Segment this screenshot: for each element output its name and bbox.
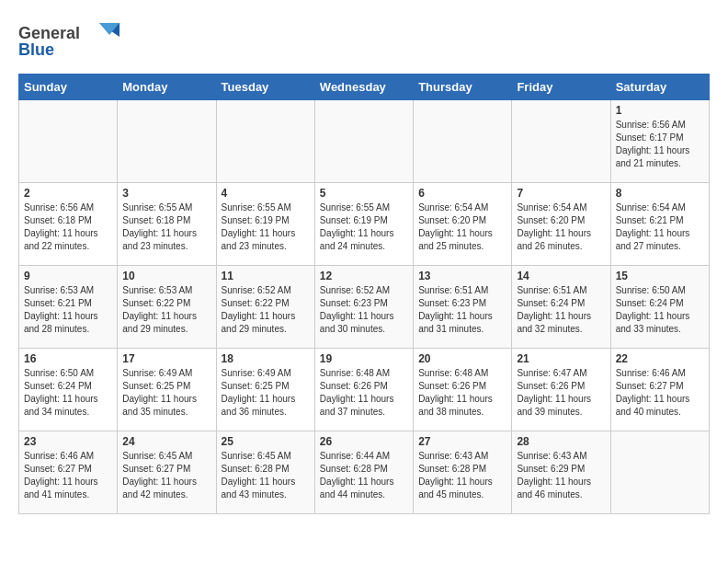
day-info: Sunrise: 6:50 AM Sunset: 6:24 PM Dayligh… <box>616 284 704 336</box>
header-saturday: Saturday <box>610 75 709 100</box>
day-number: 18 <box>222 352 310 365</box>
week-row-2: 2Sunrise: 6:56 AM Sunset: 6:18 PM Daylig… <box>19 183 710 266</box>
calendar-cell: 20Sunrise: 6:48 AM Sunset: 6:26 PM Dayli… <box>414 349 512 431</box>
logo: General Blue <box>18 18 119 64</box>
day-info: Sunrise: 6:54 AM Sunset: 6:20 PM Dayligh… <box>517 201 605 253</box>
calendar-cell <box>414 100 512 183</box>
header-monday: Monday <box>118 75 216 100</box>
day-info: Sunrise: 6:48 AM Sunset: 6:26 PM Dayligh… <box>320 367 408 419</box>
header-thursday: Thursday <box>414 75 512 100</box>
day-number: 16 <box>24 352 112 365</box>
calendar-cell: 7Sunrise: 6:54 AM Sunset: 6:20 PM Daylig… <box>512 183 610 266</box>
day-number: 9 <box>24 270 112 282</box>
day-number: 6 <box>418 187 506 200</box>
calendar-cell <box>512 100 610 183</box>
day-number: 23 <box>24 435 112 448</box>
day-info: Sunrise: 6:48 AM Sunset: 6:26 PM Dayligh… <box>418 367 506 419</box>
calendar-cell <box>216 100 314 183</box>
calendar-cell: 6Sunrise: 6:54 AM Sunset: 6:20 PM Daylig… <box>414 183 512 266</box>
header-wednesday: Wednesday <box>314 75 413 100</box>
calendar-cell: 11Sunrise: 6:52 AM Sunset: 6:22 PM Dayli… <box>216 266 314 349</box>
day-number: 11 <box>222 270 310 282</box>
calendar-cell: 17Sunrise: 6:49 AM Sunset: 6:25 PM Dayli… <box>118 349 216 431</box>
day-info: Sunrise: 6:54 AM Sunset: 6:20 PM Dayligh… <box>418 201 506 253</box>
day-number: 4 <box>222 187 310 200</box>
day-number: 24 <box>122 435 210 448</box>
header-friday: Friday <box>512 75 610 100</box>
day-info: Sunrise: 6:49 AM Sunset: 6:25 PM Dayligh… <box>122 367 210 419</box>
day-number: 7 <box>517 187 605 200</box>
svg-text:General: General <box>18 24 80 42</box>
day-number: 27 <box>418 435 506 448</box>
calendar-cell: 3Sunrise: 6:55 AM Sunset: 6:18 PM Daylig… <box>118 183 216 266</box>
calendar-cell <box>314 100 413 183</box>
week-row-1: 1Sunrise: 6:56 AM Sunset: 6:17 PM Daylig… <box>19 100 710 183</box>
week-row-3: 9Sunrise: 6:53 AM Sunset: 6:21 PM Daylig… <box>19 266 710 349</box>
day-info: Sunrise: 6:45 AM Sunset: 6:28 PM Dayligh… <box>222 450 310 501</box>
day-info: Sunrise: 6:52 AM Sunset: 6:22 PM Dayligh… <box>222 284 310 336</box>
calendar-cell <box>610 431 709 514</box>
day-number: 19 <box>320 352 408 365</box>
calendar-cell: 8Sunrise: 6:54 AM Sunset: 6:21 PM Daylig… <box>610 183 709 266</box>
calendar-cell: 1Sunrise: 6:56 AM Sunset: 6:17 PM Daylig… <box>610 100 709 183</box>
calendar-cell: 15Sunrise: 6:50 AM Sunset: 6:24 PM Dayli… <box>610 266 709 349</box>
calendar-cell: 24Sunrise: 6:45 AM Sunset: 6:27 PM Dayli… <box>118 431 216 514</box>
day-info: Sunrise: 6:43 AM Sunset: 6:29 PM Dayligh… <box>517 450 605 501</box>
calendar-cell: 22Sunrise: 6:46 AM Sunset: 6:27 PM Dayli… <box>610 349 709 431</box>
day-number: 5 <box>320 187 408 200</box>
day-info: Sunrise: 6:53 AM Sunset: 6:21 PM Dayligh… <box>24 284 112 336</box>
day-number: 21 <box>517 352 605 365</box>
calendar-cell: 12Sunrise: 6:52 AM Sunset: 6:23 PM Dayli… <box>314 266 413 349</box>
day-info: Sunrise: 6:45 AM Sunset: 6:27 PM Dayligh… <box>122 450 210 501</box>
calendar-cell: 19Sunrise: 6:48 AM Sunset: 6:26 PM Dayli… <box>314 349 413 431</box>
day-info: Sunrise: 6:43 AM Sunset: 6:28 PM Dayligh… <box>418 450 506 501</box>
day-number: 20 <box>418 352 506 365</box>
day-info: Sunrise: 6:49 AM Sunset: 6:25 PM Dayligh… <box>222 367 310 419</box>
calendar-cell: 2Sunrise: 6:56 AM Sunset: 6:18 PM Daylig… <box>19 183 118 266</box>
day-number: 14 <box>517 270 605 282</box>
day-number: 8 <box>616 187 704 200</box>
calendar-cell: 10Sunrise: 6:53 AM Sunset: 6:22 PM Dayli… <box>118 266 216 349</box>
week-row-5: 23Sunrise: 6:46 AM Sunset: 6:27 PM Dayli… <box>19 431 710 514</box>
day-info: Sunrise: 6:53 AM Sunset: 6:22 PM Dayligh… <box>122 284 210 336</box>
day-number: 2 <box>24 187 112 200</box>
day-number: 1 <box>616 104 704 117</box>
day-info: Sunrise: 6:55 AM Sunset: 6:19 PM Dayligh… <box>222 201 310 253</box>
day-number: 26 <box>320 435 408 448</box>
calendar-cell: 18Sunrise: 6:49 AM Sunset: 6:25 PM Dayli… <box>216 349 314 431</box>
calendar-cell: 14Sunrise: 6:51 AM Sunset: 6:24 PM Dayli… <box>512 266 610 349</box>
logo-general: General Blue <box>18 18 119 64</box>
day-info: Sunrise: 6:51 AM Sunset: 6:23 PM Dayligh… <box>418 284 506 336</box>
day-info: Sunrise: 6:47 AM Sunset: 6:26 PM Dayligh… <box>517 367 605 419</box>
day-info: Sunrise: 6:54 AM Sunset: 6:21 PM Dayligh… <box>616 201 704 253</box>
calendar-cell: 4Sunrise: 6:55 AM Sunset: 6:19 PM Daylig… <box>216 183 314 266</box>
header-sunday: Sunday <box>19 75 118 100</box>
calendar-header-row: SundayMondayTuesdayWednesdayThursdayFrid… <box>19 75 710 100</box>
day-info: Sunrise: 6:50 AM Sunset: 6:24 PM Dayligh… <box>24 367 112 419</box>
day-info: Sunrise: 6:56 AM Sunset: 6:18 PM Dayligh… <box>24 201 112 253</box>
day-info: Sunrise: 6:56 AM Sunset: 6:17 PM Dayligh… <box>616 119 704 170</box>
header-tuesday: Tuesday <box>216 75 314 100</box>
calendar-cell: 26Sunrise: 6:44 AM Sunset: 6:28 PM Dayli… <box>314 431 413 514</box>
day-number: 3 <box>122 187 210 200</box>
day-number: 17 <box>122 352 210 365</box>
calendar-cell: 13Sunrise: 6:51 AM Sunset: 6:23 PM Dayli… <box>414 266 512 349</box>
calendar-cell: 9Sunrise: 6:53 AM Sunset: 6:21 PM Daylig… <box>19 266 118 349</box>
calendar-cell: 27Sunrise: 6:43 AM Sunset: 6:28 PM Dayli… <box>414 431 512 514</box>
day-number: 22 <box>616 352 704 365</box>
calendar-cell: 25Sunrise: 6:45 AM Sunset: 6:28 PM Dayli… <box>216 431 314 514</box>
day-number: 12 <box>320 270 408 282</box>
day-number: 13 <box>418 270 506 282</box>
day-info: Sunrise: 6:44 AM Sunset: 6:28 PM Dayligh… <box>320 450 408 501</box>
day-info: Sunrise: 6:55 AM Sunset: 6:19 PM Dayligh… <box>320 201 408 253</box>
calendar-cell: 28Sunrise: 6:43 AM Sunset: 6:29 PM Dayli… <box>512 431 610 514</box>
page-header: General Blue <box>18 18 710 64</box>
day-info: Sunrise: 6:52 AM Sunset: 6:23 PM Dayligh… <box>320 284 408 336</box>
day-info: Sunrise: 6:46 AM Sunset: 6:27 PM Dayligh… <box>616 367 704 419</box>
calendar-cell <box>118 100 216 183</box>
calendar-cell: 21Sunrise: 6:47 AM Sunset: 6:26 PM Dayli… <box>512 349 610 431</box>
day-number: 28 <box>517 435 605 448</box>
svg-text:Blue: Blue <box>18 40 54 59</box>
calendar-cell: 5Sunrise: 6:55 AM Sunset: 6:19 PM Daylig… <box>314 183 413 266</box>
calendar-cell: 23Sunrise: 6:46 AM Sunset: 6:27 PM Dayli… <box>19 431 118 514</box>
